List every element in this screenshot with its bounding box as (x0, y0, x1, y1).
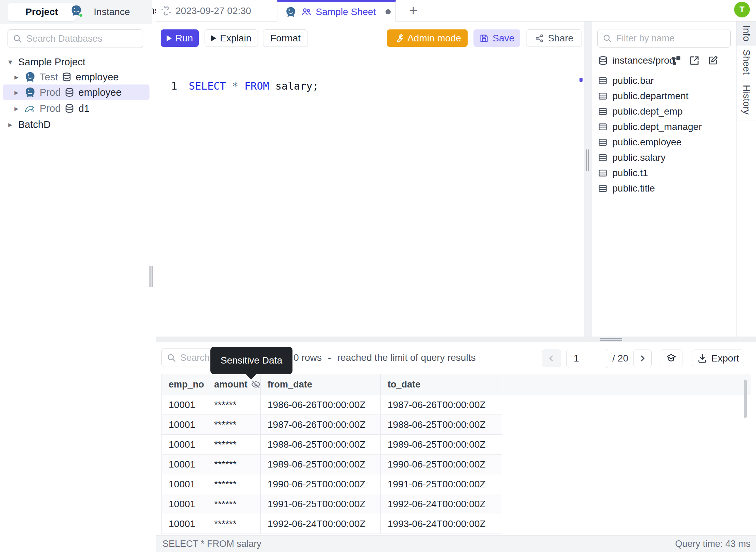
save-button[interactable]: Save (473, 29, 520, 47)
tree-node-test-employee[interactable]: ▸ Test employee (0, 69, 152, 85)
table-row[interactable]: 10001 ****** 1988-06-25T00:00:00Z 1989-0… (161, 435, 502, 455)
divider-handle[interactable] (586, 149, 587, 171)
column-header[interactable]: emp_no (161, 374, 207, 395)
cell-masked[interactable]: ****** (207, 415, 261, 435)
tree-node-prod-d1[interactable]: ▸ Prod d1 (0, 101, 152, 116)
sidebar-resize-handle[interactable] (152, 266, 153, 287)
share-button[interactable]: Share (526, 29, 582, 47)
tab-adhoc-sheet[interactable]: 2023-09-27 02:30 (156, 0, 277, 22)
table-row[interactable]: 10001 ****** 1990-06-25T00:00:00Z 1991-0… (161, 474, 502, 494)
chevron-right-icon[interactable]: ▸ (6, 120, 14, 129)
sql-editor[interactable]: 1 SELECT * FROM salary; (156, 73, 584, 337)
cell-masked[interactable]: ****** (207, 474, 261, 494)
cell[interactable]: 10001 (161, 415, 207, 435)
table-list-item[interactable]: public.employee (592, 134, 736, 150)
chevron-right-icon[interactable]: ▸ (12, 88, 21, 97)
cell[interactable]: 1987-06-26T00:00:00Z (381, 395, 502, 415)
tab-label: Sample Sheet (316, 6, 376, 17)
tab-sheet[interactable]: Sheet (737, 45, 756, 79)
edit-icon[interactable] (707, 55, 718, 66)
eye-off-icon[interactable] (251, 380, 261, 389)
database-icon (62, 72, 72, 82)
tree-node-batchd[interactable]: ▸ BatchD (0, 117, 152, 132)
cell[interactable]: 1988-06-25T00:00:00Z (261, 435, 381, 455)
tab-instance[interactable]: Instance (79, 3, 144, 21)
table-row[interactable]: 10001 ****** 1987-06-26T00:00:00Z 1988-0… (161, 415, 502, 435)
cell[interactable]: 1987-06-26T00:00:00Z (261, 415, 381, 435)
external-link-icon[interactable] (689, 55, 700, 66)
avatar[interactable]: T (734, 2, 750, 17)
chevron-right-icon[interactable]: ▸ (12, 104, 21, 113)
table-name: public.t1 (612, 168, 648, 179)
cell[interactable]: 1988-06-25T00:00:00Z (381, 415, 502, 435)
cell-masked[interactable]: ****** (207, 514, 261, 534)
table-list-item[interactable]: public.dept_emp (592, 104, 736, 119)
cell[interactable]: 1992-06-24T00:00:00Z (381, 494, 502, 514)
schema-diagram-icon[interactable] (670, 55, 681, 66)
admin-mode-button[interactable]: Admin mode (387, 29, 468, 47)
cell-masked[interactable]: ****** (207, 395, 261, 415)
cell-masked[interactable]: ****** (207, 435, 261, 455)
divider-handle[interactable] (600, 338, 622, 339)
table-row[interactable]: 10001 ****** 1989-06-25T00:00:00Z 1990-0… (161, 455, 502, 474)
page-number-input[interactable] (566, 349, 608, 368)
chevron-down-icon[interactable]: ▾ (6, 57, 14, 67)
cell-masked[interactable]: ****** (207, 494, 261, 514)
sql-code-line[interactable]: SELECT * FROM salary; (189, 80, 318, 92)
table-list-item[interactable]: public.dept_manager (592, 119, 736, 134)
table-list-item[interactable]: public.t1 (592, 165, 736, 181)
filter-by-name-input[interactable] (616, 33, 726, 44)
result-limit-setting-button[interactable] (660, 350, 682, 367)
next-page-button[interactable] (633, 350, 652, 367)
table-list-item[interactable]: public.title (592, 181, 736, 196)
divider-handle[interactable] (588, 149, 589, 171)
cell-masked[interactable]: ****** (207, 455, 261, 474)
cell[interactable]: 1989-06-25T00:00:00Z (381, 435, 502, 455)
tab-sheet-label: Sheet (741, 50, 752, 75)
new-tab-button[interactable]: + (400, 0, 427, 22)
divider-handle[interactable] (600, 340, 622, 341)
filter-box[interactable] (597, 29, 731, 48)
cell[interactable]: 10001 (161, 395, 207, 415)
format-button[interactable]: Format (263, 29, 308, 47)
tab-project[interactable]: Project (8, 3, 76, 21)
tab-sample-sheet-active[interactable]: Sample Sheet (277, 0, 396, 22)
cell[interactable]: 10001 (161, 474, 207, 494)
column-header[interactable]: from_date (261, 374, 381, 395)
results-panel-divider[interactable] (156, 337, 756, 342)
tab-history[interactable]: History (737, 79, 756, 120)
table-row[interactable]: 10001 ****** 1992-06-24T00:00:00Z 1993-0… (161, 514, 502, 534)
search-icon (13, 34, 22, 43)
cell[interactable]: 1986-06-26T00:00:00Z (261, 395, 381, 415)
chevron-right-icon[interactable]: ▸ (12, 73, 21, 82)
column-header[interactable]: to_date (381, 374, 502, 395)
panel-divider[interactable] (584, 22, 592, 337)
cell[interactable]: 1990-06-25T00:00:00Z (261, 474, 381, 494)
cell[interactable]: 1989-06-25T00:00:00Z (261, 455, 381, 474)
cell[interactable]: 10001 (161, 435, 207, 455)
table-row[interactable]: 10001 ****** 1986-06-26T00:00:00Z 1987-0… (161, 395, 502, 415)
explain-button[interactable]: Explain (205, 29, 258, 47)
run-button[interactable]: Run (161, 29, 199, 47)
database-search[interactable] (8, 29, 143, 48)
results-scrollbar[interactable] (744, 380, 747, 418)
cell[interactable]: 10001 (161, 514, 207, 534)
cell[interactable]: 10001 (161, 455, 207, 474)
table-list-item[interactable]: public.salary (592, 150, 736, 165)
table-list-item[interactable]: public.department (592, 88, 736, 104)
tree-node-prod-employee-selected[interactable]: ▸ Prod employee (3, 84, 149, 100)
table-row[interactable]: 10001 ****** 1991-06-25T00:00:00Z 1992-0… (161, 494, 502, 514)
cell[interactable]: 1991-06-25T00:00:00Z (261, 494, 381, 514)
search-databases-input[interactable] (26, 34, 138, 44)
cell[interactable]: 10001 (161, 494, 207, 514)
cell[interactable]: 1990-06-25T00:00:00Z (381, 455, 502, 474)
sidebar-resize-handle[interactable] (149, 266, 151, 287)
cell[interactable]: 1992-06-24T00:00:00Z (261, 514, 381, 534)
export-button[interactable]: Export (692, 350, 744, 367)
cell[interactable]: 1991-06-25T00:00:00Z (381, 474, 502, 494)
tree-node-sample-project[interactable]: ▾ Sample Project (0, 54, 152, 70)
cell[interactable]: 1993-06-24T00:00:00Z (381, 514, 502, 534)
prev-page-button[interactable] (542, 350, 561, 367)
table-list-item[interactable]: public.bar (592, 73, 736, 88)
tab-info[interactable]: Info (737, 22, 756, 45)
